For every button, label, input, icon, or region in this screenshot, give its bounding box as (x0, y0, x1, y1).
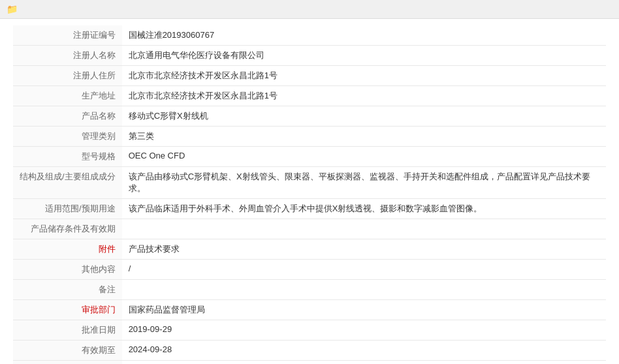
field-value: / (122, 260, 606, 280)
table-row: 变更情况2020-12-08产品技术要求变更内容详见附件。 (13, 361, 606, 365)
field-value: 2019-09-29 (122, 320, 606, 341)
field-label: 型号规格 (13, 147, 122, 167)
page-header: 📁 (0, 0, 619, 19)
table-row: 管理类别第三类 (13, 127, 606, 147)
field-label: 结构及组成/主要组成成分 (13, 167, 122, 199)
table-row: 附件产品技术要求 (13, 239, 606, 260)
table-row: 审批部门国家药品监督管理局 (13, 300, 606, 320)
field-value: OEC One CFD (122, 147, 606, 167)
field-label: 附件 (13, 239, 122, 260)
field-label: 适用范围/预期用途 (13, 199, 122, 219)
field-value: 移动式C形臂X射线机 (122, 106, 606, 127)
table-row: 型号规格OEC One CFD (13, 147, 606, 167)
table-row: 注册人住所北京市北京经济技术开发区永昌北路1号 (13, 66, 606, 86)
field-label: 变更情况 (13, 361, 122, 365)
table-row: 注册人名称北京通用电气华伦医疗设备有限公司 (13, 46, 606, 66)
field-label: 生产地址 (13, 86, 122, 106)
field-label: 注册人住所 (13, 66, 122, 86)
table-row: 批准日期2019-09-29 (13, 320, 606, 341)
field-label: 备注 (13, 280, 122, 300)
field-value (122, 219, 606, 239)
field-value: 北京通用电气华伦医疗设备有限公司 (122, 46, 606, 66)
field-value: 该产品临床适用于外科手术、外周血管介入手术中提供X射线透视、摄影和数字减影血管图… (122, 199, 606, 219)
table-row: 产品储存条件及有效期 (13, 219, 606, 239)
field-value: 国家药品监督管理局 (122, 300, 606, 320)
field-label: 产品名称 (13, 106, 122, 127)
field-label: 注册证编号 (13, 25, 122, 46)
field-label: 其他内容 (13, 260, 122, 280)
field-value: 北京市北京经济技术开发区永昌北路1号 (122, 66, 606, 86)
field-value: 2020-12-08产品技术要求变更内容详见附件。 (122, 361, 606, 365)
field-label: 审批部门 (13, 300, 122, 320)
field-label: 批准日期 (13, 320, 122, 341)
field-value: 产品技术要求 (122, 239, 606, 260)
table-row: 适用范围/预期用途该产品临床适用于外科手术、外周血管介入手术中提供X射线透视、摄… (13, 199, 606, 219)
table-row: 有效期至2024-09-28 (13, 341, 606, 361)
content-area: 注册证编号国械注准20193060767注册人名称北京通用电气华伦医疗设备有限公… (0, 19, 619, 364)
table-row: 注册证编号国械注准20193060767 (13, 25, 606, 46)
field-label: 有效期至 (13, 341, 122, 361)
table-row: 结构及组成/主要组成成分该产品由移动式C形臂机架、X射线管头、限束器、平板探测器… (13, 167, 606, 199)
field-label: 注册人名称 (13, 46, 122, 66)
field-value: 第三类 (122, 127, 606, 147)
field-value: 2024-09-28 (122, 341, 606, 361)
table-row: 其他内容/ (13, 260, 606, 280)
field-value (122, 280, 606, 300)
info-table: 注册证编号国械注准20193060767注册人名称北京通用电气华伦医疗设备有限公… (13, 25, 606, 364)
table-row: 生产地址北京市北京经济技术开发区永昌北路1号 (13, 86, 606, 106)
table-row: 备注 (13, 280, 606, 300)
table-row: 产品名称移动式C形臂X射线机 (13, 106, 606, 127)
field-value: 国械注准20193060767 (122, 25, 606, 46)
field-value: 该产品由移动式C形臂机架、X射线管头、限束器、平板探测器、监视器、手持开关和选配… (122, 167, 606, 199)
field-value: 北京市北京经济技术开发区永昌北路1号 (122, 86, 606, 106)
folder-icon: 📁 (7, 4, 18, 14)
field-label: 管理类别 (13, 127, 122, 147)
field-label: 产品储存条件及有效期 (13, 219, 122, 239)
